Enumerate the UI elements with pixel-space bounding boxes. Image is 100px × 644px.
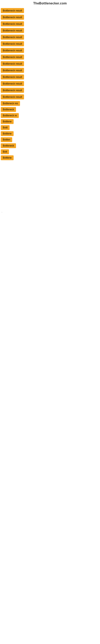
- list-item[interactable]: Bottleneck result: [1, 41, 99, 46]
- page-wrapper: TheBottlenecker.com Bottleneck resultBot…: [0, 0, 100, 296]
- bottleneck-badge-16[interactable]: Bottleneck: [1, 107, 16, 112]
- bottleneck-badge-8[interactable]: Bottleneck result: [1, 54, 24, 60]
- bottleneck-badge-4[interactable]: Bottleneck result: [1, 28, 24, 33]
- bottleneck-badge-18[interactable]: Bottlene: [1, 119, 14, 124]
- list-item[interactable]: Bottleneck result: [1, 94, 99, 100]
- list-item[interactable]: Bottleneck result: [1, 34, 99, 40]
- bottleneck-badge-15[interactable]: Bottleneck res: [1, 101, 20, 106]
- bottleneck-badge-20[interactable]: Bottlene: [1, 131, 14, 136]
- list-item[interactable]: Bottleneck result: [1, 48, 99, 53]
- list-item[interactable]: Bottleneck result: [1, 74, 99, 80]
- bottleneck-badge-2[interactable]: Bottleneck result: [1, 15, 24, 20]
- list-item[interactable]: Bottleneck re: [1, 113, 99, 118]
- list-item[interactable]: Bottleneck result: [1, 15, 99, 20]
- bottleneck-badge-14[interactable]: Bottleneck result: [1, 94, 24, 100]
- bottleneck-badge-24[interactable]: Bottlene: [1, 155, 14, 160]
- bottleneck-badge-21[interactable]: Bottlen: [1, 137, 12, 142]
- list-item[interactable]: Bottleneck: [1, 143, 99, 148]
- list-item[interactable]: Bottleneck result: [1, 88, 99, 93]
- list-item[interactable]: Bottleneck result: [1, 81, 99, 86]
- list-item[interactable]: Bottleneck: [1, 107, 99, 112]
- footer-section: ·: [0, 168, 100, 296]
- bottleneck-badge-9[interactable]: Bottleneck result: [1, 61, 24, 66]
- bottleneck-badge-12[interactable]: Bottleneck result: [1, 81, 24, 86]
- bottleneck-badge-23[interactable]: Bott: [1, 149, 9, 154]
- list-item[interactable]: Bottleneck result: [1, 54, 99, 60]
- list-item[interactable]: Bottleneck result: [1, 68, 99, 73]
- bottleneck-badge-1[interactable]: Bottleneck result: [1, 8, 24, 13]
- bottleneck-badge-13[interactable]: Bottleneck result: [1, 88, 24, 93]
- bottleneck-badge-19[interactable]: Bottl: [1, 125, 10, 130]
- list-item[interactable]: Bottl: [1, 125, 99, 130]
- bottleneck-badge-5[interactable]: Bottleneck result: [1, 34, 24, 40]
- bottleneck-badge-22[interactable]: Bottleneck: [1, 143, 16, 148]
- list-item[interactable]: Bottleneck result: [1, 21, 99, 26]
- bottleneck-badge-7[interactable]: Bottleneck result: [1, 48, 24, 53]
- bottleneck-badge-17[interactable]: Bottleneck re: [1, 113, 19, 118]
- list-item[interactable]: Bottleneck result: [1, 28, 99, 33]
- bottleneck-badge-10[interactable]: Bottleneck result: [1, 68, 24, 73]
- items-list: Bottleneck resultBottleneck resultBottle…: [0, 6, 100, 160]
- site-title: TheBottlenecker.com: [0, 0, 100, 6]
- bottleneck-badge-11[interactable]: Bottleneck result: [1, 74, 24, 80]
- list-item[interactable]: Bottlen: [1, 137, 99, 142]
- list-item[interactable]: Bottleneck result: [1, 8, 99, 13]
- list-item[interactable]: Bott: [1, 149, 99, 154]
- list-item[interactable]: Bottlene: [1, 131, 99, 136]
- list-item[interactable]: Bottleneck res: [1, 101, 99, 106]
- bottleneck-badge-3[interactable]: Bottleneck result: [1, 21, 24, 26]
- list-item[interactable]: Bottlene: [1, 119, 99, 124]
- list-item[interactable]: Bottlene: [1, 155, 99, 160]
- bottleneck-badge-6[interactable]: Bottleneck result: [1, 41, 24, 46]
- list-item[interactable]: Bottleneck result: [1, 61, 99, 66]
- footer-dot: ·: [1, 211, 99, 213]
